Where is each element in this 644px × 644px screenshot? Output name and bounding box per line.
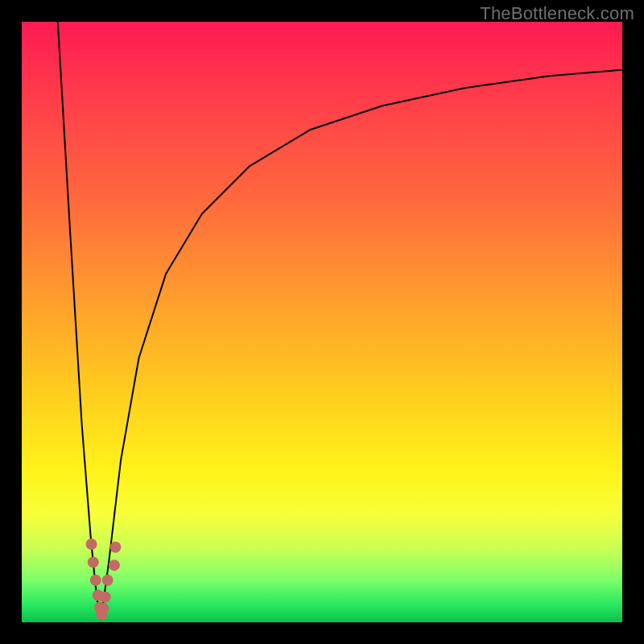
watermark-text: TheBottleneck.com xyxy=(480,3,634,24)
marker-point xyxy=(100,592,111,603)
marker-point xyxy=(102,575,114,586)
marker-point xyxy=(97,603,109,614)
marker-point xyxy=(90,575,101,586)
series-right-branch xyxy=(101,70,622,620)
plot-area xyxy=(22,22,622,622)
chart-svg xyxy=(22,22,622,622)
marker-point xyxy=(88,556,99,568)
chart-frame: TheBottleneck.com xyxy=(0,0,644,644)
marker-point xyxy=(86,539,97,550)
series-left-branch xyxy=(58,22,101,619)
marker-point xyxy=(109,542,121,553)
marker-point xyxy=(109,559,120,571)
